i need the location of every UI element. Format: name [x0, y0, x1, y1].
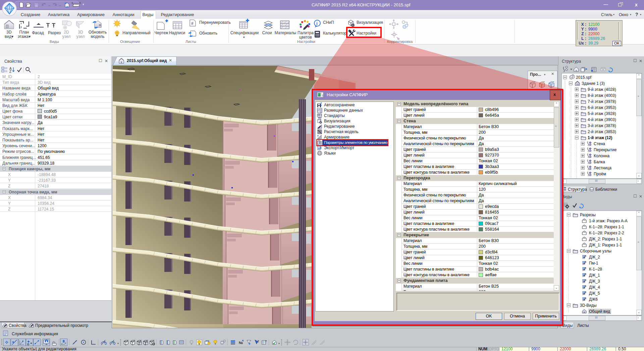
svg-text:x: x — [104, 341, 106, 344]
svg-text:i: i — [316, 21, 318, 26]
svg-text:Z: Z — [9, 70, 11, 73]
svg-text:y: y — [112, 341, 114, 344]
svg-text:#: # — [191, 21, 194, 26]
